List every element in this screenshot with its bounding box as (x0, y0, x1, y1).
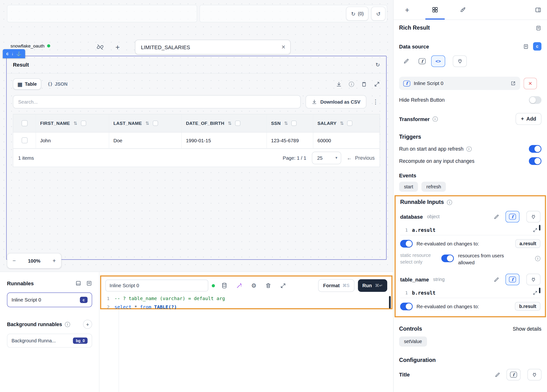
code-editor[interactable]: 1 -- ? table_name (varchar) = default ar… (101, 294, 391, 311)
datasource-button[interactable] (221, 282, 227, 289)
run-on-start-toggle[interactable] (529, 145, 541, 153)
dependency-chip[interactable]: b.result (515, 302, 540, 311)
settings-button[interactable]: ⚙ (251, 283, 257, 289)
list-view-button[interactable] (86, 280, 92, 286)
reevaluate-toggle[interactable] (400, 240, 413, 247)
control-chip-setvalue[interactable]: setValue (399, 337, 427, 347)
column-header[interactable]: LAST_NAME (113, 121, 142, 126)
info-button[interactable]: i (349, 81, 354, 87)
previous-page-button[interactable]: ← Previous (347, 155, 375, 160)
table-row[interactable]: John Doe 1990-01-15 123-45-6789 60000 (13, 133, 380, 149)
row-checkbox[interactable] (21, 137, 27, 143)
app-canvas[interactable]: ↻ (0) ↺ snowflake_oauth c ↓ ⚓ + (0, 0, 393, 272)
recompute-toggle[interactable] (529, 157, 541, 165)
data-source-docs-button[interactable] (523, 43, 529, 49)
column-checkbox[interactable] (81, 121, 86, 126)
run-button[interactable]: Run ⌘↵ (358, 279, 387, 292)
components-tab[interactable] (431, 6, 439, 14)
selected-script-item[interactable]: f Inline Script 0 (399, 77, 520, 90)
info-icon[interactable]: i (432, 116, 438, 122)
expand-result-button[interactable] (374, 81, 380, 87)
zoom-out-button[interactable]: − (13, 257, 16, 264)
sort-icon[interactable]: ⇅ (145, 121, 149, 126)
function-mode-button[interactable]: f (506, 211, 519, 223)
select-all-checkbox[interactable] (21, 120, 27, 126)
connect-mode-button[interactable] (527, 369, 541, 380)
hide-refresh-toggle[interactable] (529, 96, 541, 104)
anchor-icon[interactable]: ⚓ (16, 51, 21, 56)
connect-mode-button[interactable] (526, 211, 540, 223)
edit-mode-button[interactable] (490, 369, 504, 380)
code-mode-button[interactable]: <> (431, 55, 445, 67)
function-mode-button[interactable]: f (507, 369, 520, 380)
edit-mode-button[interactable] (489, 274, 503, 285)
result-widget[interactable]: Result ↻ ▦ Table {} JSON (6, 56, 386, 260)
download-result-button[interactable] (336, 81, 342, 87)
download-icon[interactable]: ↓ (12, 51, 14, 56)
panel-view-button[interactable] (75, 280, 81, 286)
column-header[interactable]: SALARY (317, 121, 336, 126)
show-details-button[interactable]: Show details (513, 326, 541, 331)
collapse-panel-button[interactable] (534, 6, 542, 14)
sort-icon[interactable]: ⇅ (74, 121, 77, 126)
clear-selection-icon[interactable]: × (281, 43, 285, 51)
reevaluate-toggle[interactable] (400, 303, 413, 310)
docs-button[interactable] (535, 25, 541, 31)
expand-editor-button[interactable] (280, 283, 286, 289)
selection-badge[interactable]: c ↓ ⚓ (3, 49, 25, 58)
add-tab-button[interactable]: + (403, 6, 411, 14)
event-chip-start[interactable]: start (399, 182, 418, 192)
history-button[interactable]: ↺ (371, 7, 385, 20)
column-header[interactable]: DATE_OF_BIRTH (186, 121, 224, 126)
info-icon[interactable]: i (535, 256, 540, 261)
dependency-chip[interactable]: a.result (515, 239, 540, 248)
column-checkbox[interactable] (347, 121, 353, 126)
table-selector[interactable]: LIMITED_SALARIES × (135, 40, 290, 54)
tab-json[interactable]: {} JSON (48, 81, 68, 87)
input-expression-editor[interactable]: 1 a.result (400, 225, 540, 235)
copy-result-button[interactable] (361, 81, 367, 87)
sort-icon[interactable]: ⇅ (340, 121, 344, 126)
format-button[interactable]: Format ⌘S (318, 279, 354, 292)
runnable-item-inline-script-0[interactable]: Inline Script 0 c (7, 292, 92, 307)
canvas-refresh-button[interactable]: ↻ (0) (346, 7, 369, 20)
editor-scrollbar[interactable] (389, 296, 390, 309)
unlink-button[interactable] (95, 42, 105, 52)
zoom-in-button[interactable]: + (53, 257, 56, 264)
column-header[interactable]: SSN (271, 121, 281, 126)
search-input[interactable] (13, 95, 301, 108)
function-mode-button[interactable]: f (415, 55, 429, 67)
edit-mode-button[interactable] (399, 55, 413, 67)
ai-assist-button[interactable] (236, 282, 242, 289)
column-checkbox[interactable] (291, 121, 297, 126)
column-checkbox[interactable] (235, 121, 240, 126)
add-widget-button[interactable]: + (112, 42, 123, 52)
add-background-runnable-button[interactable]: + (83, 320, 92, 329)
download-csv-button[interactable]: Download as CSV (306, 95, 366, 108)
delete-script-button[interactable] (265, 282, 271, 289)
sort-icon[interactable]: ⇅ (284, 121, 288, 126)
connect-mode-button[interactable] (526, 274, 540, 285)
remove-datasource-button[interactable]: × (524, 78, 537, 89)
event-chip-refresh[interactable]: refresh (422, 182, 446, 192)
info-icon[interactable]: i (447, 200, 452, 205)
sort-icon[interactable]: ⇅ (228, 121, 232, 126)
info-icon[interactable]: i (65, 322, 70, 327)
static-resource-toggle[interactable] (441, 255, 454, 262)
kebab-menu-icon[interactable]: ⋮ (371, 98, 380, 106)
script-name-input[interactable] (105, 280, 208, 291)
context-badge[interactable]: c (533, 42, 541, 51)
info-icon[interactable]: i (466, 146, 472, 152)
background-runnable-item[interactable]: Background Runna... bg_0 (7, 334, 92, 348)
connect-mode-button[interactable] (453, 55, 467, 67)
refresh-icon[interactable]: ↻ (376, 62, 380, 67)
add-transformer-button[interactable]: + Add (516, 113, 541, 125)
function-mode-button[interactable]: f (506, 274, 519, 285)
column-checkbox[interactable] (153, 121, 158, 126)
input-expression-editor[interactable]: 1 b.result (400, 288, 540, 298)
column-header[interactable]: FIRST_NAME (40, 121, 70, 126)
styles-tab[interactable] (459, 6, 467, 14)
edit-mode-button[interactable] (489, 211, 503, 223)
open-script-button[interactable] (510, 81, 516, 86)
page-size-select[interactable]: 25 ▾ (312, 152, 341, 164)
